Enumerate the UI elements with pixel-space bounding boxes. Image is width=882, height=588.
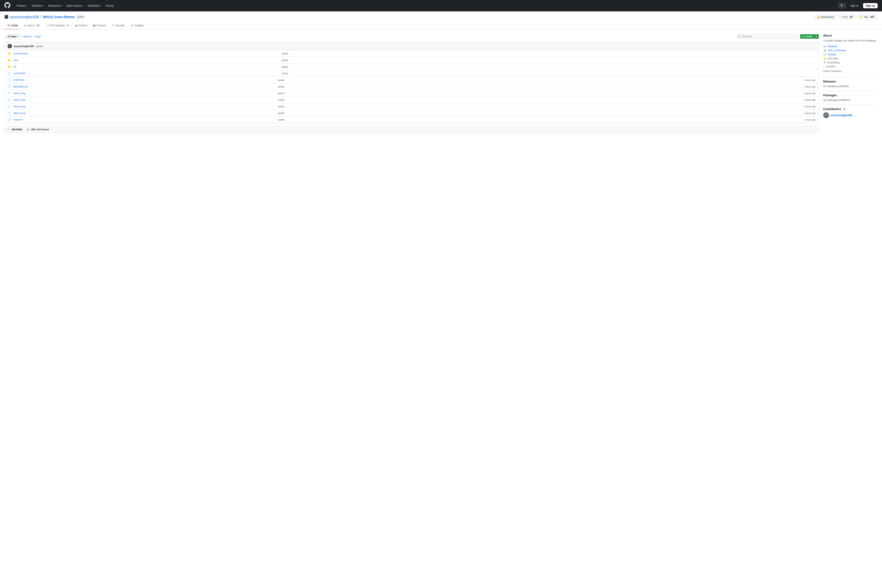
file-link[interactable]: install.sh bbox=[14, 118, 276, 121]
security-icon: 🛡 bbox=[111, 24, 114, 27]
file-link[interactable]: AUTHORS bbox=[14, 72, 279, 75]
no-releases-text: No releases published bbox=[823, 85, 878, 88]
star-button[interactable]: ⭐ Star 202 bbox=[857, 14, 878, 20]
file-link[interactable]: links bbox=[14, 59, 279, 62]
file-date: 3 years ago bbox=[804, 79, 816, 81]
chevron-down-icon: ▾ bbox=[816, 35, 818, 38]
branch-count-link[interactable]: 1 Branch bbox=[22, 35, 32, 38]
about-description: A colorful design icon theme for linux d… bbox=[823, 39, 878, 43]
eye-icon: 👁 bbox=[823, 61, 826, 64]
packages-title: Packages bbox=[823, 94, 878, 97]
nav-resources[interactable]: Resources ▾ bbox=[46, 3, 64, 8]
folder-icon: 📁 bbox=[8, 58, 11, 62]
file-icon: 📄 bbox=[8, 118, 11, 122]
branch-dropdown[interactable]: ⎇ main ▾ bbox=[4, 34, 21, 39]
go-to-file-input[interactable] bbox=[736, 34, 799, 39]
file-link[interactable]: src bbox=[14, 65, 279, 68]
committer-name[interactable]: yeyushengfan258 bbox=[14, 45, 34, 48]
report-repository-link[interactable]: Report repository bbox=[823, 70, 842, 72]
file-commit: upload bbox=[278, 79, 802, 81]
file-icon: 📄 bbox=[8, 98, 11, 102]
contributors-title: Contributors 3 bbox=[823, 108, 878, 111]
tab-actions[interactable]: ▶ Actions bbox=[73, 22, 90, 29]
tab-issues[interactable]: ◎ Issues 23 bbox=[21, 22, 43, 29]
chevron-down-icon: ▾ bbox=[82, 5, 83, 7]
file-date: 3 years ago bbox=[804, 99, 816, 101]
contributor-item: Y yeyushengfan258 bbox=[823, 112, 878, 118]
nav-solutions[interactable]: Solutions ▾ bbox=[30, 3, 46, 8]
file-commit: upload bbox=[282, 72, 813, 75]
chevron-down-icon: ▾ bbox=[100, 5, 101, 7]
repo-actions: 🔔 Notifications ⑂ Fork 25 ⭐ Star 202 bbox=[815, 14, 878, 20]
file-date: 3 years ago bbox=[804, 105, 816, 108]
file-table: Y yeyushengfan258 update 📁 colorful-fold… bbox=[4, 42, 819, 123]
repo-owner-link[interactable]: yeyushengfan258 bbox=[10, 15, 39, 19]
table-row: 📄 View-2.png upload 3 years ago bbox=[4, 97, 819, 103]
github-logo[interactable] bbox=[4, 2, 10, 9]
file-link[interactable]: colorful-folder bbox=[14, 52, 279, 55]
table-row: 📄 View-3.png upload 3 years ago bbox=[4, 103, 819, 110]
readme-bar: 📄 README ⚖️ GPL-3.0 license bbox=[4, 126, 819, 133]
notifications-button[interactable]: 🔔 Notifications bbox=[815, 14, 837, 20]
readme-link[interactable]: Readme bbox=[828, 45, 837, 48]
tab-code[interactable]: <> Code bbox=[4, 22, 21, 29]
about-section: About A colorful design icon theme for l… bbox=[823, 34, 878, 72]
nav-open-source[interactable]: Open Source ▾ bbox=[64, 3, 85, 8]
file-table-header: Y yeyushengfan258 update bbox=[4, 42, 819, 50]
table-row: 📄 README.md upload 3 years ago bbox=[4, 83, 819, 90]
tab-security[interactable]: 🛡 Security bbox=[109, 22, 128, 29]
file-commit: update bbox=[278, 112, 802, 114]
file-link[interactable]: View-4.png bbox=[14, 112, 276, 114]
file-commit: update bbox=[282, 59, 813, 62]
contributor-name-link[interactable]: yeyushengfan258 bbox=[831, 114, 852, 117]
tab-insights[interactable]: 📈 Insights bbox=[128, 22, 147, 29]
projects-icon: ▦ bbox=[93, 24, 95, 27]
packages-section: Packages No packages published bbox=[823, 94, 878, 101]
contributor-avatar: Y bbox=[823, 112, 829, 118]
sign-up-button[interactable]: Sign up bbox=[863, 3, 878, 8]
file-commit: upload bbox=[278, 86, 802, 88]
code-icon: <> bbox=[802, 35, 805, 38]
table-row: 📄 AUTHORS upload bbox=[4, 70, 819, 77]
fork-button[interactable]: ⑂ Fork 25 bbox=[838, 14, 856, 20]
license-link[interactable]: GPL-3.0 license bbox=[828, 49, 846, 52]
sign-in-link[interactable]: Sign in bbox=[849, 3, 860, 8]
contributors-section: Contributors 3 Y yeyushengfan258 bbox=[823, 108, 878, 118]
file-link[interactable]: View-3.png bbox=[14, 105, 276, 108]
file-link[interactable]: README.md bbox=[14, 85, 276, 88]
repo-name-link[interactable]: Win11-icon-theme bbox=[43, 15, 74, 19]
nav-product[interactable]: Product ▾ bbox=[15, 3, 29, 8]
license-icon: ⚖️ bbox=[27, 128, 30, 131]
code-button-group: <> Code ▾ bbox=[800, 34, 819, 39]
committer-avatar: Y bbox=[8, 44, 12, 48]
file-link[interactable]: COPYING bbox=[14, 79, 276, 81]
tab-projects[interactable]: ▦ Projects bbox=[90, 22, 109, 29]
file-commit: update bbox=[278, 118, 802, 121]
releases-title: Releases bbox=[823, 80, 878, 83]
star-count: 202 bbox=[869, 15, 875, 18]
tab-pull-requests[interactable]: ⎇ Pull requests 1 bbox=[43, 22, 73, 29]
releases-section: Releases No releases published bbox=[823, 80, 878, 88]
branch-icon: ⎇ bbox=[7, 35, 9, 38]
nav-pricing[interactable]: Pricing bbox=[104, 3, 115, 8]
go-to-file-container bbox=[736, 34, 799, 39]
activity-link[interactable]: Activity bbox=[828, 53, 836, 56]
file-commit: upload bbox=[278, 105, 802, 108]
file-commit: update bbox=[282, 52, 813, 55]
file-link[interactable]: View-2.png bbox=[14, 99, 276, 101]
tag-count-link[interactable]: 0 Tags bbox=[34, 35, 41, 38]
code-main-button[interactable]: <> Code bbox=[800, 34, 814, 39]
nav-enterprise[interactable]: Enterprise ▾ bbox=[86, 3, 103, 8]
chevron-down-icon: ▾ bbox=[43, 5, 44, 7]
main-content: ⎇ main ▾ 1 Branch 0 Tags <> Code bbox=[0, 30, 882, 137]
file-icon: 📄 bbox=[8, 111, 11, 115]
search-button[interactable]: 🔍 bbox=[838, 3, 846, 9]
table-row: 📄 View-1.png upload 3 years ago bbox=[4, 90, 819, 97]
actions-icon: ▶ bbox=[75, 24, 78, 27]
code-dropdown-button[interactable]: ▾ bbox=[814, 34, 819, 39]
file-link[interactable]: View-1.png bbox=[14, 92, 276, 94]
about-item-license: ⚖️ GPL-3.0 license bbox=[823, 49, 878, 52]
table-row: 📄 COPYING upload 3 years ago bbox=[4, 77, 819, 83]
file-icon: 📄 bbox=[8, 72, 11, 75]
chevron-down-icon: ▾ bbox=[61, 5, 62, 7]
